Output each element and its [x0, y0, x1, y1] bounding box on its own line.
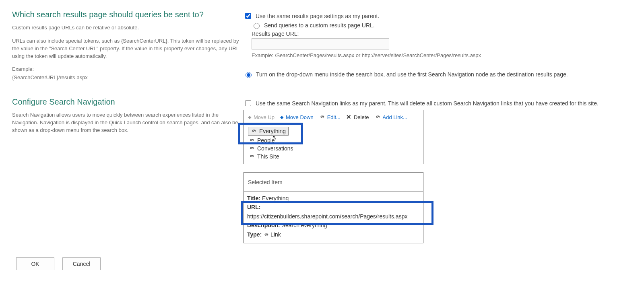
nav-item-everything[interactable]: Everything [248, 127, 289, 136]
section1-heading: Which search results page should queries… [12, 10, 244, 19]
edit-label: Edit... [327, 114, 341, 120]
edit-button[interactable]: Edit... [319, 114, 341, 120]
add-link-label: Add Link... [383, 114, 407, 120]
selected-type-row: Type: Link [247, 230, 420, 239]
custom-url-label: Send queries to a custom results page UR… [264, 22, 375, 29]
x-icon: ✕ [346, 113, 351, 121]
help-example: {SearchCenterURL}/results.aspx [12, 74, 244, 82]
results-url-label: Results page URL: [252, 31, 632, 37]
move-down-button[interactable]: ◆ Move Down [280, 114, 314, 120]
arrow-up-icon: ◆ [248, 115, 251, 120]
link-icon [251, 128, 256, 134]
results-url-input[interactable] [252, 38, 389, 49]
nav-item-label: Everything [259, 128, 286, 134]
dropdown-radio[interactable] [246, 72, 252, 78]
selected-url-row: URL:https://citizenbuilders.sharepoint.c… [247, 203, 420, 221]
nav-editor: ◆ Move Up ◆ Move Down Edit... ✕ Delete [244, 110, 423, 164]
nav-item-people[interactable]: People [244, 136, 423, 144]
move-down-label: Move Down [286, 114, 314, 120]
cancel-button[interactable]: Cancel [62, 257, 101, 270]
section2-heading: Configure Search Navigation [12, 97, 244, 107]
selected-item-panel: Selected Item Title: Everything URL:http… [244, 172, 423, 243]
help-example-label: Example: [12, 66, 244, 73]
link-icon [319, 114, 325, 120]
move-up-label: Move Up [254, 114, 275, 120]
dropdown-label: Turn on the drop-down menu inside the se… [256, 71, 568, 78]
custom-url-radio[interactable] [254, 23, 260, 29]
help-text: Custom results page URLs can be relative… [12, 24, 244, 32]
use-parent-checkbox[interactable] [245, 13, 251, 19]
link-icon [249, 154, 254, 159]
selected-header: Selected Item [244, 173, 423, 191]
nav-item-label: People [257, 137, 275, 144]
help-text: Search Navigation allows users to move q… [12, 111, 244, 134]
nav-item-this-site[interactable]: This Site [244, 152, 423, 160]
selected-title-row: Title: Everything [247, 194, 420, 203]
nav-item-conversations[interactable]: Conversations [244, 144, 423, 152]
link-icon [249, 138, 254, 143]
use-parent-nav-checkbox[interactable] [245, 100, 251, 106]
delete-button[interactable]: ✕ Delete [346, 113, 369, 121]
arrow-down-icon: ◆ [280, 115, 283, 120]
delete-label: Delete [354, 114, 369, 120]
use-parent-nav-label: Use the same Search Navigation links as … [256, 100, 599, 107]
nav-item-label: This Site [257, 153, 279, 160]
ok-button[interactable]: OK [16, 257, 54, 270]
help-text: URLs can also include special tokens, su… [12, 37, 244, 60]
selected-desc-row: Description: Search everything [247, 221, 420, 230]
move-up-button[interactable]: ◆ Move Up [248, 114, 275, 120]
results-url-example: Example: /SearchCenter/Pages/results.asp… [252, 52, 632, 60]
link-icon [249, 146, 254, 151]
use-parent-label: Use the same results page settings as my… [256, 13, 379, 19]
link-icon [375, 114, 380, 120]
add-link-button[interactable]: Add Link... [375, 114, 407, 120]
nav-item-label: Conversations [257, 145, 293, 152]
link-icon [263, 232, 269, 238]
